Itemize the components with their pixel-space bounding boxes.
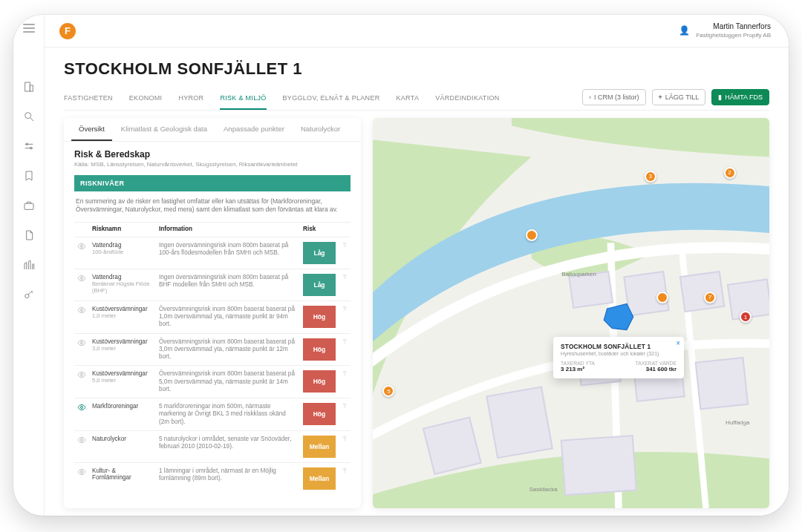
svg-point-15 <box>81 470 83 473</box>
svg-rect-0 <box>25 82 30 91</box>
device-frame: F 👤 Martin Tannerfors Fastighetsloggen P… <box>13 15 789 516</box>
page-title: STOCKHOLM SONFJÄLLET 1 <box>64 59 769 79</box>
svg-rect-19 <box>680 272 725 312</box>
add-button[interactable]: +LÄGG TILL <box>652 89 706 105</box>
visibility-toggle-icon[interactable] <box>74 333 89 366</box>
page-actions: ›I CRM (3 listor) +LÄGG TILL ▮HÄMTA FDS <box>582 89 769 110</box>
sliders-icon[interactable] <box>22 139 36 154</box>
map-panel[interactable]: Ballooparken Huffadga Saskilacka 32715 ×… <box>373 118 769 508</box>
visibility-toggle-icon[interactable] <box>74 462 89 494</box>
svg-point-11 <box>81 341 83 344</box>
help-icon[interactable]: ? <box>339 398 351 431</box>
map-pin[interactable]: 7 <box>704 292 716 303</box>
popup-title: STOCKHOLM SONFJÄLLET 1 <box>561 343 677 350</box>
risk-level: Hög <box>300 333 339 366</box>
user-menu[interactable]: 👤 Martin Tannerfors Fastighetsloggen Pro… <box>679 22 771 39</box>
subtab--versikt[interactable]: Översikt <box>71 118 112 141</box>
section-subtitle: Källa: MSB, Länsstyrelsen, Naturvårdsver… <box>74 161 351 168</box>
popup-value-value: 341 600 tkr <box>636 366 677 372</box>
map-pin[interactable]: 1 <box>740 311 752 323</box>
key-icon[interactable] <box>22 287 36 302</box>
subtab-anpassade-punkter[interactable]: Anpassade punkter <box>216 118 292 141</box>
svg-marker-27 <box>604 304 633 330</box>
svg-point-14 <box>81 439 83 441</box>
briefcase-icon[interactable] <box>22 198 36 213</box>
col-riskname: Risknamn <box>89 222 156 237</box>
popup-area-value: 3 213 m² <box>561 366 595 372</box>
tab-fastigheten[interactable]: FASTIGHETEN <box>64 90 113 110</box>
risk-level: Låg <box>300 269 339 301</box>
file-icon: ▮ <box>718 93 722 101</box>
help-icon[interactable]: ? <box>339 462 351 494</box>
tab-risk-milj-[interactable]: RISK & MILJÖ <box>220 90 266 110</box>
risk-summary: En summering av de risker en fastighet o… <box>76 197 349 214</box>
map-pin[interactable]: 2 <box>724 167 736 179</box>
risk-info: Ingen översvämningsrisk inom 800m basera… <box>156 237 300 269</box>
table-row: Kustöversvämningar3,0 meterÖversvämnings… <box>74 333 351 366</box>
help-icon[interactable]: ? <box>339 430 351 462</box>
risk-name: Kustöversvämningar5,0 meter <box>89 366 156 398</box>
document-icon[interactable] <box>22 228 36 243</box>
city-icon[interactable] <box>22 257 36 272</box>
content: STOCKHOLM SONFJÄLLET 1 FASTIGHETENEKONOM… <box>45 47 789 516</box>
risk-info: 5 naturolyckor i området, senaste var Sn… <box>156 430 300 462</box>
risk-level: Hög <box>300 398 339 431</box>
help-icon[interactable]: ? <box>339 333 351 366</box>
help-icon[interactable]: ? <box>339 269 351 301</box>
svg-rect-23 <box>696 358 748 409</box>
visibility-toggle-icon[interactable] <box>74 237 89 269</box>
svg-point-7 <box>25 294 28 298</box>
search-icon[interactable] <box>22 109 36 124</box>
subtab-klimatlast-geologisk-data[interactable]: Klimatlast & Geologisk data <box>114 118 215 141</box>
crm-button[interactable]: ›I CRM (3 listor) <box>582 89 646 105</box>
risk-name: Kultur- & Fornlämningar <box>89 462 156 494</box>
brand-logo[interactable]: F <box>59 23 76 39</box>
visibility-toggle-icon[interactable] <box>74 301 89 333</box>
map-popup: × STOCKHOLM SONFJÄLLET 1 Hyreshusenhet, … <box>553 337 684 378</box>
tab-karta[interactable]: KARTA <box>397 90 420 110</box>
svg-rect-1 <box>30 85 33 91</box>
svg-rect-25 <box>423 418 481 475</box>
selected-building-icon <box>601 301 636 333</box>
risk-level: Hög <box>300 301 339 333</box>
visibility-toggle-icon[interactable] <box>74 398 89 431</box>
visibility-toggle-icon[interactable] <box>74 366 89 398</box>
risk-levels-banner: RISKNIVÅER <box>74 175 351 191</box>
bookmark-icon[interactable] <box>22 168 36 183</box>
help-icon[interactable]: ? <box>339 237 351 269</box>
main-tabs: FASTIGHETENEKONOMIHYRORRISK & MILJÖBYGGL… <box>64 90 500 110</box>
risk-name: Vattendrag100-årsflöde <box>89 237 156 269</box>
svg-rect-24 <box>486 387 552 458</box>
help-icon[interactable]: ? <box>339 366 351 398</box>
visibility-toggle-icon[interactable] <box>74 430 89 462</box>
map-svg <box>373 118 769 508</box>
tab-ekonomi[interactable]: EKONOMI <box>129 90 163 110</box>
table-row: VattendragBeräknat Högsta Flöde (BHF)Ing… <box>74 269 351 301</box>
user-company: Fastighetsloggen Propify AB <box>696 32 771 39</box>
risk-name: Kustöversvämningar1,0 meter <box>89 301 156 333</box>
table-row: Markföroreningar5 markföroreningar inom … <box>74 398 351 431</box>
subtab-naturolyckor[interactable]: Naturolyckor <box>293 118 348 141</box>
tab-v-rdeindikation[interactable]: VÄRDEINDIKATION <box>435 90 499 110</box>
map-pin[interactable] <box>656 292 668 303</box>
visibility-toggle-icon[interactable] <box>74 269 89 301</box>
close-icon[interactable]: × <box>676 339 680 347</box>
main-area: F 👤 Martin Tannerfors Fastighetsloggen P… <box>45 15 789 516</box>
building-icon[interactable] <box>22 79 36 94</box>
popup-value-label: TAXERAT VÄRDE <box>636 361 677 366</box>
col-information: Information <box>156 222 300 237</box>
risk-name: Kustöversvämningar3,0 meter <box>89 333 156 366</box>
risk-level: Mellan <box>300 462 339 494</box>
risk-name: Naturolyckor <box>89 430 156 462</box>
tabs-row: FASTIGHETENEKONOMIHYRORRISK & MILJÖBYGGL… <box>64 89 769 111</box>
tab-hyror[interactable]: HYROR <box>178 90 203 110</box>
map-pin[interactable] <box>526 229 538 241</box>
risk-info: 5 markföroreningar inom 500m, närmaste m… <box>156 398 300 431</box>
download-fds-button[interactable]: ▮HÄMTA FDS <box>711 89 769 105</box>
map-pin[interactable]: 3 <box>645 171 656 183</box>
tab-bygglov-eln-t-planer[interactable]: BYGGLOV, ELNÄT & PLANER <box>283 90 380 110</box>
map-pin[interactable]: 5 <box>382 385 394 397</box>
left-rail <box>13 15 45 516</box>
help-icon[interactable]: ? <box>339 301 351 333</box>
hamburger-icon[interactable] <box>23 24 35 33</box>
